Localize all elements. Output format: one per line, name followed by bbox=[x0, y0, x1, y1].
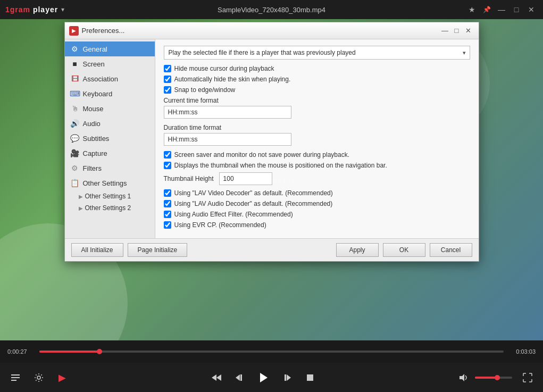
audio-effect-checkbox[interactable] bbox=[164, 211, 171, 218]
sidebar-item-other-settings-1[interactable]: ▶ Other Settings 1 bbox=[65, 190, 155, 202]
youtube-button[interactable]: ▶ bbox=[54, 370, 70, 386]
sidebar-item-keyboard[interactable]: ⌨ Keyboard bbox=[65, 86, 155, 101]
lav-audio-checkbox[interactable] bbox=[164, 200, 171, 207]
pin-button[interactable]: 📌 bbox=[480, 3, 493, 16]
thumbnail-checkbox[interactable] bbox=[164, 162, 171, 169]
page-initialize-button[interactable]: Page Initialize bbox=[128, 243, 188, 257]
lav-video-label: Using "LAV Video Decoder" as default. (R… bbox=[174, 189, 333, 197]
video-area: ▶ Preferences... — □ ✕ ⚙ General ■ Scr bbox=[0, 19, 543, 340]
sidebar-item-association[interactable]: 🎞 Association bbox=[65, 71, 155, 86]
sidebar-item-audio[interactable]: 🔊 Audio bbox=[65, 116, 155, 131]
step-forward-button[interactable] bbox=[279, 370, 295, 386]
sidebar-item-subtitles[interactable]: 💬 Subtitles bbox=[65, 131, 155, 146]
sidebar-item-capture[interactable]: 🎥 Capture bbox=[65, 146, 155, 161]
dialog-maximize[interactable]: □ bbox=[451, 25, 463, 37]
svg-rect-2 bbox=[11, 380, 16, 381]
play-button[interactable] bbox=[255, 370, 271, 386]
controls-bar: ▶ bbox=[0, 363, 543, 392]
screen-saver-checkbox-row: Screen saver and monitor do not save pow… bbox=[164, 151, 470, 159]
screen-saver-label: Screen saver and monitor do not save pow… bbox=[174, 151, 350, 159]
footer-left-buttons: All Initialize Page Initialize bbox=[71, 243, 188, 257]
duration-time-format-input[interactable] bbox=[164, 133, 291, 146]
playlist-button[interactable] bbox=[7, 370, 23, 386]
svg-marker-6 bbox=[236, 374, 240, 381]
step-back-button[interactable] bbox=[232, 370, 248, 386]
dropdown-chevron[interactable]: ▾ bbox=[61, 6, 64, 13]
dialog-body: ⚙ General ■ Screen 🎞 Association ⌨ Keybo… bbox=[65, 39, 479, 238]
audio-icon: 🔊 bbox=[70, 119, 80, 128]
auto-hide-skin-checkbox[interactable] bbox=[164, 76, 171, 83]
mouse-icon: 🖱 bbox=[70, 104, 80, 113]
app-branding: 1gram player ▾ bbox=[5, 5, 64, 14]
fullscreen-icon bbox=[523, 373, 532, 382]
progress-fill bbox=[39, 351, 99, 353]
sidebar-label-audio: Audio bbox=[83, 120, 101, 128]
volume-icon bbox=[459, 373, 469, 382]
playlist-icon bbox=[11, 373, 20, 382]
screen-saver-checkbox[interactable] bbox=[164, 151, 171, 159]
dialog-close[interactable]: ✕ bbox=[463, 25, 474, 37]
rewind-icon bbox=[211, 373, 222, 382]
current-time-format-input[interactable] bbox=[164, 106, 291, 119]
fullscreen-button[interactable] bbox=[520, 370, 536, 386]
association-icon: 🎞 bbox=[70, 74, 80, 84]
sidebar-item-filters[interactable]: ⚙ Filters bbox=[65, 161, 155, 176]
lav-video-checkbox[interactable] bbox=[164, 189, 171, 197]
svg-point-3 bbox=[37, 376, 40, 379]
sidebar-label-association: Association bbox=[83, 75, 118, 83]
svg-marker-8 bbox=[260, 373, 268, 382]
volume-fill bbox=[475, 377, 497, 379]
svg-rect-7 bbox=[240, 374, 242, 381]
progress-track[interactable] bbox=[39, 351, 504, 353]
sidebar-item-other-settings-2[interactable]: ▶ Other Settings 2 bbox=[65, 202, 155, 214]
rewind-button[interactable] bbox=[208, 370, 224, 386]
svg-marker-9 bbox=[287, 374, 291, 381]
sidebar-item-general[interactable]: ⚙ General bbox=[65, 41, 155, 56]
stop-icon bbox=[306, 373, 314, 382]
snap-edge-label: Snap to edge/window bbox=[174, 86, 236, 94]
dialog-footer: All Initialize Page Initialize Apply OK … bbox=[65, 238, 479, 261]
apply-button[interactable]: Apply bbox=[336, 243, 379, 257]
app-name-part1: 1gram bbox=[5, 5, 30, 14]
settings-button[interactable] bbox=[31, 370, 47, 386]
window-controls: ★ 📌 — □ ✕ bbox=[465, 3, 538, 16]
dialog-overlay: ▶ Preferences... — □ ✕ ⚙ General ■ Scr bbox=[0, 19, 543, 340]
step-back-icon bbox=[235, 373, 245, 382]
stop-button[interactable] bbox=[302, 370, 318, 386]
thumbnail-checkbox-row: Displays the thumbnail when the mouse is… bbox=[164, 162, 470, 169]
volume-track[interactable] bbox=[475, 377, 512, 379]
preferences-sidebar: ⚙ General ■ Screen 🎞 Association ⌨ Keybo… bbox=[65, 39, 155, 238]
dialog-icon: ▶ bbox=[69, 26, 79, 36]
sidebar-item-other-settings[interactable]: 📋 Other Settings bbox=[65, 176, 155, 190]
volume-button[interactable] bbox=[456, 370, 472, 386]
minimize-button[interactable]: — bbox=[495, 3, 508, 16]
dialog-minimize[interactable]: — bbox=[439, 25, 451, 37]
time-total: 0:03:03 bbox=[509, 348, 536, 355]
evr-cp-checkbox[interactable] bbox=[164, 221, 171, 229]
lav-audio-label: Using "LAV Audio Decoder" as default. (R… bbox=[174, 200, 333, 207]
hide-mouse-checkbox[interactable] bbox=[164, 65, 171, 72]
all-initialize-button[interactable]: All Initialize bbox=[71, 243, 123, 257]
subitem-chevron-2: ▶ bbox=[79, 205, 83, 211]
playback-dropdown[interactable]: Play the selected file if there is a pla… bbox=[164, 46, 470, 60]
star-button[interactable]: ★ bbox=[465, 3, 478, 16]
sidebar-item-screen[interactable]: ■ Screen bbox=[65, 56, 155, 71]
capture-icon: 🎥 bbox=[70, 148, 80, 158]
volume-thumb bbox=[495, 375, 500, 380]
thumbnail-height-input[interactable] bbox=[219, 172, 272, 185]
sidebar-item-mouse[interactable]: 🖱 Mouse bbox=[65, 101, 155, 116]
general-icon: ⚙ bbox=[70, 44, 80, 54]
svg-marker-5 bbox=[216, 374, 221, 381]
close-button[interactable]: ✕ bbox=[525, 3, 538, 16]
maximize-button[interactable]: □ bbox=[510, 3, 523, 16]
ok-button[interactable]: OK bbox=[383, 243, 425, 257]
snap-edge-checkbox[interactable] bbox=[164, 86, 171, 94]
hide-mouse-label: Hide mouse cursor during playback bbox=[174, 65, 274, 72]
current-time-format-label: Current time format bbox=[164, 97, 470, 104]
sidebar-label-keyboard: Keyboard bbox=[83, 90, 113, 98]
thumbnail-height-label: Thumbnail Height bbox=[164, 175, 214, 182]
subitem-chevron-1: ▶ bbox=[79, 194, 83, 199]
thumbnail-checkbox-label: Displays the thumbnail when the mouse is… bbox=[174, 162, 387, 169]
cancel-button[interactable]: Cancel bbox=[430, 243, 472, 257]
sidebar-label-screen: Screen bbox=[83, 60, 105, 68]
